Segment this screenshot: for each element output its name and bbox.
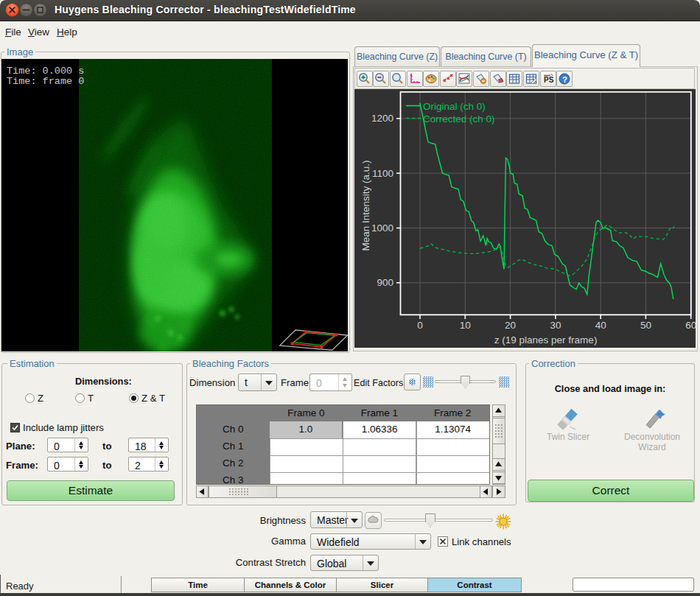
svg-text:Mean Intensity (a.u.): Mean Intensity (a.u.) <box>360 160 371 250</box>
svg-text:40: 40 <box>595 320 606 331</box>
svg-text:Corrected (ch 0): Corrected (ch 0) <box>423 113 495 125</box>
svg-text:60: 60 <box>685 320 696 331</box>
svg-text:Original (ch 0): Original (ch 0) <box>423 101 486 112</box>
svg-text:Time: 0.000 s: Time: 0.000 s <box>7 66 84 77</box>
svg-text:1100: 1100 <box>372 168 393 179</box>
svg-text:900: 900 <box>377 277 393 288</box>
svg-text:z (19 planes per frame): z (19 planes per frame) <box>494 334 598 346</box>
svg-text:?: ? <box>562 75 567 84</box>
svg-text:30: 30 <box>550 320 561 331</box>
svg-text:Time: frame 0: Time: frame 0 <box>7 76 84 87</box>
svg-text:PS: PS <box>544 76 554 84</box>
svg-text:20: 20 <box>505 320 516 331</box>
svg-text:50: 50 <box>640 320 651 331</box>
svg-text:1200: 1200 <box>371 113 393 124</box>
svg-text:0: 0 <box>417 320 423 331</box>
svg-text:1000: 1000 <box>371 222 393 234</box>
svg-text:10: 10 <box>460 320 471 331</box>
